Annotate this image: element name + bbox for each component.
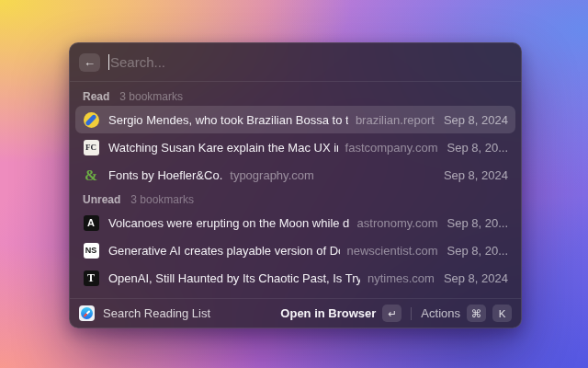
section-header: Read3 bookmarks bbox=[75, 87, 515, 106]
safari-reading-list-icon bbox=[79, 305, 95, 321]
bookmark-domain: brazilian.report bbox=[356, 113, 435, 127]
bookmark-domain: nytimes.com bbox=[368, 271, 435, 285]
favicon-glyph-box: FC bbox=[84, 140, 99, 155]
command-key-icon: ⌘ bbox=[467, 305, 486, 322]
actions-button[interactable]: Actions bbox=[421, 306, 460, 320]
bookmark-date: Sep 8, 2024 bbox=[435, 113, 508, 127]
text-cursor bbox=[108, 54, 109, 70]
section-label: Read bbox=[83, 90, 109, 103]
list-item[interactable]: TOpenAI, Still Haunted by Its Chaotic Pa… bbox=[75, 264, 515, 292]
bookmark-date: Sep 8, 2024 bbox=[435, 271, 508, 285]
bookmark-domain: newscientist.com bbox=[347, 244, 438, 258]
bookmark-domain: astronomy.com bbox=[357, 216, 438, 230]
astronomy-logo: A bbox=[83, 214, 99, 231]
brazilian-report-circle bbox=[84, 112, 99, 128]
footer-actions: Open in Browser ↵ Actions ⌘ K bbox=[280, 305, 512, 322]
list-item[interactable]: &Fonts by Hoefler&Co.typography.comSep 8… bbox=[75, 161, 515, 189]
footer-bar: Search Reading List Open in Browser ↵ Ac… bbox=[70, 298, 521, 328]
section-header: Unread3 bookmarks bbox=[75, 190, 515, 209]
open-in-browser-button[interactable]: Open in Browser bbox=[280, 306, 376, 320]
bookmark-domain: typography.com bbox=[230, 168, 314, 182]
bookmark-title: OpenAI, Still Haunted by Its Chaotic Pas… bbox=[108, 271, 360, 285]
favicon-glyph-box: T bbox=[84, 270, 99, 286]
nytimes-logo: T bbox=[83, 270, 99, 286]
bookmark-date: Sep 8, 20... bbox=[438, 216, 509, 230]
section-count: 3 bookmarks bbox=[130, 193, 194, 206]
bookmark-title: Fonts by Hoefler&Co. bbox=[108, 168, 222, 182]
list-item[interactable]: FCWatching Susan Kare explain the Mac UX… bbox=[75, 133, 515, 161]
k-key-icon: K bbox=[492, 305, 512, 322]
bookmark-date: Sep 8, 2024 bbox=[435, 168, 508, 182]
bookmark-title: Watching Susan Kare explain the Mac UX i… bbox=[108, 141, 338, 155]
enter-key-icon: ↵ bbox=[382, 305, 401, 322]
back-arrow-icon: ← bbox=[84, 56, 96, 68]
command-title: Search Reading List bbox=[103, 306, 210, 320]
search-input[interactable] bbox=[100, 54, 512, 70]
search-field-wrap bbox=[100, 43, 512, 81]
list-item[interactable]: NSGenerative AI creates playable version… bbox=[75, 236, 515, 264]
section-label: Unread bbox=[83, 193, 120, 206]
fastcompany-logo: FC bbox=[83, 139, 99, 155]
bookmark-date: Sep 8, 20... bbox=[438, 141, 509, 155]
ampersand-glyph: & bbox=[85, 167, 97, 183]
safari-compass-icon bbox=[81, 307, 93, 319]
command-palette-window: ← Read3 bookmarksSergio Mendes, who took… bbox=[69, 42, 522, 328]
favicon-glyph-box: NS bbox=[84, 243, 99, 259]
bookmark-list: Read3 bookmarksSergio Mendes, who took B… bbox=[70, 82, 521, 298]
back-button[interactable]: ← bbox=[79, 53, 100, 72]
bookmark-title: Volcanoes were erupting on the Moon whil… bbox=[108, 216, 350, 230]
hoefler-ampersand-logo: & bbox=[83, 167, 99, 183]
bookmark-date: Sep 8, 20... bbox=[438, 244, 509, 258]
section-count: 3 bookmarks bbox=[119, 90, 183, 103]
footer-divider bbox=[411, 307, 412, 320]
brazilian-report-logo bbox=[83, 111, 99, 128]
bookmark-title: Sergio Mendes, who took Brazilian Bossa … bbox=[108, 113, 348, 127]
bookmark-title: Generative AI creates playable version o… bbox=[108, 244, 340, 258]
newscientist-logo: NS bbox=[83, 242, 99, 259]
list-item[interactable]: AVolcanoes were erupting on the Moon whi… bbox=[75, 209, 515, 236]
search-bar: ← bbox=[70, 43, 521, 82]
bookmark-domain: fastcompany.com bbox=[345, 141, 438, 155]
list-item[interactable]: Sergio Mendes, who took Brazilian Bossa … bbox=[75, 106, 515, 133]
favicon-glyph-box: A bbox=[84, 215, 99, 231]
